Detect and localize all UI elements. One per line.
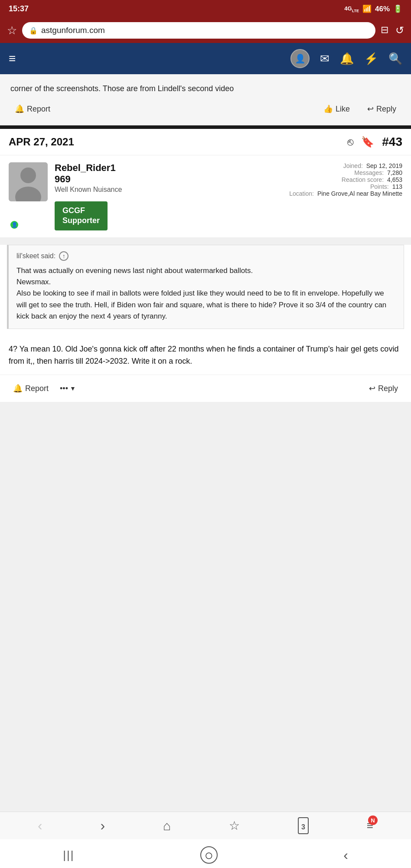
location-value: Pine Grove,Al near Bay Minette	[317, 190, 402, 197]
user-title: Well Known Nuisance	[55, 186, 122, 194]
battery-percent: 46%	[375, 5, 390, 13]
phone-bottom-bar: ||| ○ ‹	[0, 839, 411, 868]
share-icon[interactable]: ⎋	[347, 136, 353, 148]
phone-back-button[interactable]: ‹	[343, 847, 348, 863]
browser-actions: ⊟ ↺	[381, 24, 404, 36]
tabs-nav-button[interactable]: 3	[298, 817, 309, 834]
reply-content: 4? Ya mean 10. Old Joe's gonna kick off …	[0, 343, 411, 375]
hamburger-icon[interactable]: ≡	[9, 52, 16, 66]
tab-count: 3	[301, 823, 305, 831]
location-label: Location:	[289, 190, 314, 197]
user-details: Rebel_Rider1 969 Well Known Nuisance Joi…	[55, 162, 402, 230]
messages-value: 7,280	[387, 169, 402, 176]
post-tail-text: corner of the screenshots. Those are fro…	[10, 83, 401, 95]
main-content: corner of the screenshots. Those are fro…	[0, 74, 411, 812]
content-spacer	[0, 402, 411, 445]
more-dots: •••	[60, 384, 68, 393]
browser-bar: ☆ 🔒 astgunforum.com ⊟ ↺	[0, 18, 411, 43]
username[interactable]: Rebel_Rider1	[55, 162, 122, 174]
points-label: Points:	[370, 183, 389, 190]
browser-star-icon[interactable]: ☆	[7, 24, 17, 37]
online-icon: 👤	[11, 222, 18, 228]
tabs-icon: 3	[298, 817, 309, 834]
more-button-43[interactable]: ••• ▼	[60, 384, 76, 393]
quote-up-arrow: ↑	[59, 251, 68, 261]
nav-bar: ≡ 👤 ✉ 🔔 ⚡ 🔍	[0, 43, 411, 74]
battery-icon: 🔋	[393, 4, 402, 13]
nav-icons-left: ≡	[9, 52, 16, 66]
points-row: Points: 113	[289, 183, 402, 190]
home-nav-icon: ⌂	[163, 819, 171, 833]
signal-bars-icon: 📶	[362, 4, 372, 13]
signal-type-icon: 4GLTE	[344, 5, 359, 13]
home-nav-button[interactable]: ⌂	[163, 819, 171, 833]
user-section: 👤 Rebel_Rider1 969 Well Known Nuisance J…	[0, 155, 411, 238]
svg-point-1	[20, 168, 36, 183]
report-icon-43: 🔔	[13, 384, 23, 393]
page-wrapper: 15:37 4GLTE 📶 46% 🔋 ☆ 🔒 astgunforum.com …	[0, 0, 411, 868]
browser-refresh-icon[interactable]: ↺	[395, 24, 404, 36]
phone-home-button[interactable]: ○	[200, 846, 218, 864]
joined-label: Joined:	[343, 162, 363, 169]
report-button-43[interactable]: 🔔 Report	[9, 381, 53, 396]
notification-label: N	[371, 817, 375, 824]
post-header-43: APR 27, 2021 ⎋ 🔖 #43	[0, 129, 411, 155]
bookmark-nav-button[interactable]: ☆	[229, 819, 240, 833]
bell-icon[interactable]: 🔔	[340, 52, 354, 66]
reply-icon-tail: ↩	[367, 104, 374, 114]
status-time: 15:37	[9, 4, 29, 13]
reply-button-tail[interactable]: ↩ Reply	[363, 102, 401, 116]
status-bar: 15:37 4GLTE 📶 46% 🔋	[0, 0, 411, 18]
menu-nav-button[interactable]: ≡ N	[367, 819, 373, 832]
quote-section: lil'skeet said: ↑ That was actually on e…	[0, 245, 411, 343]
browser-bottom-nav: ‹ › ⌂ ☆ 3 ≡ N	[0, 812, 411, 839]
reply-label-tail: Reply	[376, 105, 396, 114]
bookmark-icon[interactable]: 🔖	[361, 136, 374, 148]
user-avatar-nav[interactable]: 👤	[290, 49, 310, 68]
reaction-row: Reaction score: 4,653	[289, 176, 402, 183]
phone-menu-button[interactable]: |||	[63, 848, 74, 862]
post-tail-actions: 🔔 Report 👍 Like ↩ Reply	[10, 102, 401, 116]
flash-icon[interactable]: ⚡	[364, 52, 378, 66]
reaction-value: 4,653	[387, 176, 402, 183]
tail-right-actions: 👍 Like ↩ Reply	[319, 102, 401, 116]
back-nav-button[interactable]: ‹	[38, 818, 42, 834]
avatar-icon: 👤	[295, 53, 306, 64]
messages-label: Messages:	[354, 169, 384, 176]
post-bottom-actions: 🔔 Report ••• ▼ ↩ Reply	[0, 375, 411, 402]
quote-block: lil'skeet said: ↑ That was actually on e…	[7, 245, 404, 329]
report-label-tail: Report	[27, 105, 50, 114]
search-icon[interactable]: 🔍	[388, 52, 402, 66]
forward-nav-button[interactable]: ›	[101, 818, 105, 834]
post-date: APR 27, 2021	[9, 136, 74, 148]
url-text: astgunforum.com	[41, 26, 105, 35]
quote-author: lil'skeet said:	[16, 252, 55, 260]
supporter-badge: GCGFSupporter	[55, 201, 108, 230]
messages-row: Messages: 7,280	[289, 169, 402, 176]
like-button-tail[interactable]: 👍 Like	[319, 102, 354, 116]
avatar-wrap: 👤	[9, 162, 48, 230]
quote-text: That was actually on evening news last n…	[16, 265, 396, 322]
browser-menu-icon[interactable]: ⊟	[381, 24, 388, 36]
forward-nav-icon: ›	[101, 818, 105, 834]
location-row: Location: Pine Grove,Al near Bay Minette	[289, 190, 402, 197]
user-name-block: Rebel_Rider1 969 Well Known Nuisance	[55, 162, 122, 197]
user-meta-block: Joined: Sep 12, 2019 Messages: 7,280 Rea…	[289, 162, 402, 197]
url-bar[interactable]: 🔒 astgunforum.com	[22, 22, 375, 39]
joined-value: Sep 12, 2019	[366, 162, 402, 169]
reply-button-43[interactable]: ↩ Reply	[365, 381, 402, 396]
user-header-row: Rebel_Rider1 969 Well Known Nuisance Joi…	[55, 162, 402, 197]
points-value: 113	[392, 183, 402, 190]
previous-post-tail: corner of the screenshots. Those are fro…	[0, 74, 411, 125]
back-nav-icon: ‹	[38, 818, 42, 834]
post-number: #43	[382, 135, 402, 149]
report-label-43: Report	[25, 384, 49, 393]
post-header-actions: ⎋ 🔖 #43	[347, 135, 402, 149]
mail-icon[interactable]: ✉	[320, 52, 329, 66]
report-button-tail[interactable]: 🔔 Report	[10, 102, 55, 116]
like-label-tail: Like	[336, 105, 350, 114]
section-divider	[0, 125, 411, 129]
report-icon-tail: 🔔	[15, 104, 24, 114]
joined-row: Joined: Sep 12, 2019	[289, 162, 402, 169]
like-icon-tail: 👍	[323, 104, 333, 114]
